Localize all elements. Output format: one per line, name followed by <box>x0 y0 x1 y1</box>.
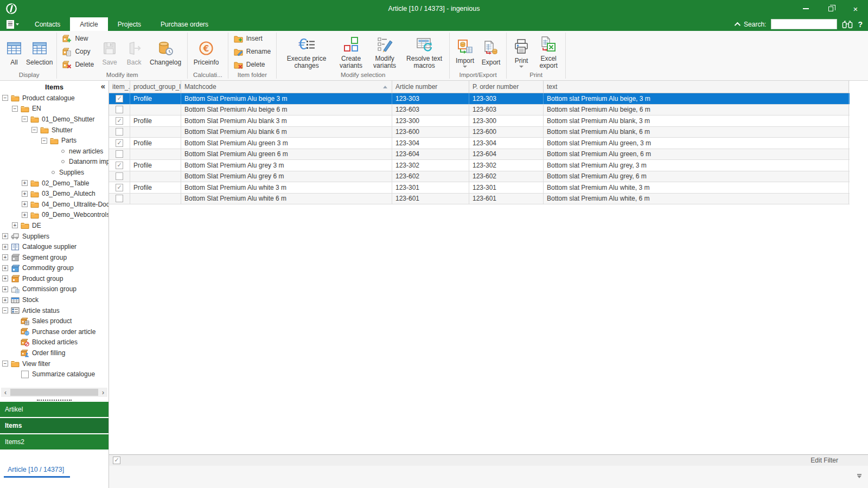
table-row[interactable]: ProfileBottom Slat Premium Alu beige 3 m… <box>109 93 850 105</box>
row-checkbox[interactable] <box>116 162 123 169</box>
expand-node-icon[interactable]: + <box>2 275 8 281</box>
column-header-product-group-id[interactable]: product_group_ID <box>130 81 181 93</box>
status-checkbox[interactable] <box>113 457 120 464</box>
bottom-tab-article[interactable]: Article [10 / 14373] <box>8 466 64 473</box>
import-button[interactable]: Import <box>452 36 478 68</box>
tree-item-order-filling[interactable]: Order filling <box>0 348 108 358</box>
search-input[interactable] <box>771 19 837 29</box>
help-icon[interactable]: ? <box>858 20 863 29</box>
row-checkbox[interactable] <box>116 195 123 202</box>
excel-export-button[interactable]: Excel export <box>534 34 563 69</box>
tree-item-suppliers[interactable]: +Suppliers <box>0 231 108 242</box>
collapse-node-icon[interactable]: − <box>2 95 8 101</box>
execute-price-changes-button[interactable]: € Execute price changes <box>279 34 334 69</box>
delete-folder-button[interactable]: Delete <box>231 59 274 70</box>
tab-projects[interactable]: Projects <box>108 17 151 31</box>
changelog-button[interactable]: Changelog <box>146 37 185 66</box>
column-header-p-order-number[interactable]: P. order number <box>469 81 544 93</box>
restore-button[interactable] <box>818 0 843 17</box>
expand-node-icon[interactable]: + <box>22 180 28 186</box>
tree-item-catalogue-supplier[interactable]: +Catalogue supplier <box>0 241 108 252</box>
binoculars-icon[interactable] <box>842 20 853 29</box>
row-checkbox[interactable] <box>116 128 123 136</box>
tree-item-supplies[interactable]: Supplies <box>0 167 108 178</box>
minimize-button[interactable] <box>793 0 818 17</box>
sidebar-collapse-icon[interactable]: « <box>101 81 105 91</box>
tree-item-new-articles[interactable]: new articles <box>0 146 108 157</box>
tree-item-datanorm-import[interactable]: Datanorm import <box>0 157 108 168</box>
resolve-text-macros-button[interactable]: Resolve text macros <box>401 34 447 69</box>
expand-node-icon[interactable]: + <box>22 212 28 218</box>
scroll-right-icon[interactable]: › <box>99 389 107 396</box>
row-checkbox[interactable] <box>116 106 123 113</box>
column-header-text[interactable]: text <box>544 81 849 93</box>
expand-node-icon[interactable]: + <box>12 222 18 228</box>
insert-folder-button[interactable]: Insert <box>231 33 274 44</box>
tree-item-04-demo-ultralite-doors[interactable]: +04_Demo_Ultralite-Doors <box>0 199 108 210</box>
scroll-left-icon[interactable]: ‹ <box>1 389 10 396</box>
selection-button[interactable]: Selection <box>24 37 54 66</box>
copy-button[interactable]: Copy <box>59 46 97 57</box>
print-button[interactable]: Print <box>509 36 534 68</box>
tree-item-commodity-group[interactable]: +Commodity group <box>0 263 108 274</box>
modify-variants-button[interactable]: Modify variants <box>368 34 401 69</box>
close-button[interactable]: × <box>843 0 868 17</box>
tree-item-03-demo-alutech[interactable]: +03_Demo_Alutech <box>0 188 108 199</box>
collapse-node-icon[interactable]: − <box>31 127 37 133</box>
tree-item-de[interactable]: +DE <box>0 220 108 231</box>
table-row[interactable]: Bottom Slat Premium Alu blank 6 m123-600… <box>109 127 850 138</box>
tree-horizontal-scrollbar[interactable]: ‹ › <box>1 388 107 397</box>
tree-item-purchase-order-article[interactable]: Purchase order article <box>0 326 108 337</box>
row-checkbox[interactable] <box>116 150 123 158</box>
tree-item-sales-product[interactable]: Sales product <box>0 316 108 326</box>
expand-node-icon[interactable]: + <box>2 254 8 260</box>
tab-purchase-orders[interactable]: Purchase orders <box>151 17 218 31</box>
table-row[interactable]: Bottom Slat Premium Alu beige 6 m123-603… <box>109 105 850 116</box>
row-checkbox[interactable] <box>116 95 123 102</box>
row-checkbox[interactable] <box>116 117 123 125</box>
table-row[interactable]: ProfileBottom Slat Premium Alu grey 3 m1… <box>109 160 850 171</box>
expand-node-icon[interactable]: + <box>2 297 8 303</box>
create-variants-button[interactable]: Create variants <box>334 34 368 69</box>
tree-item-shutter[interactable]: −Shutter <box>0 125 108 136</box>
collapse-node-icon[interactable]: − <box>41 138 47 144</box>
column-header-matchcode[interactable]: Matchcode <box>181 81 392 93</box>
tree-item-01-demo-shutter[interactable]: −01_Demo_Shutter <box>0 114 108 125</box>
export-button[interactable]: Export <box>478 37 504 66</box>
scrollbar-thumb[interactable] <box>10 389 98 396</box>
tree-item-product-catalogue[interactable]: −Product catalogue <box>0 93 108 104</box>
import-dropdown-icon[interactable] <box>463 66 467 68</box>
filter-dropdown-icon[interactable] <box>857 476 861 478</box>
expand-node-icon[interactable]: + <box>2 265 8 271</box>
tree-item-stock[interactable]: +Stock <box>0 294 108 305</box>
table-row[interactable]: Bottom Slat Premium Alu white 6 m123-601… <box>109 194 850 205</box>
priceinfo-button[interactable]: € Priceinfo <box>190 37 222 66</box>
collapse-node-icon[interactable]: − <box>2 307 8 313</box>
collapse-ribbon-icon[interactable] <box>735 22 741 28</box>
delete-button[interactable]: Delete <box>59 59 97 70</box>
collapse-node-icon[interactable]: − <box>22 116 28 122</box>
tree-item-09-demo-webcontrols[interactable]: +09_Demo_Webcontrols <box>0 210 108 221</box>
table-row[interactable]: Bottom Slat Premium Alu green 6 m123-604… <box>109 149 850 160</box>
collapse-node-icon[interactable]: − <box>12 106 18 112</box>
column-header-item-[interactable]: item_... <box>109 81 130 93</box>
column-header-article-number[interactable]: Article number <box>392 81 469 93</box>
print-dropdown-icon[interactable] <box>519 66 524 68</box>
new-button[interactable]: New <box>59 33 97 44</box>
tree-item-02-demo-table[interactable]: +02_Demo_Table <box>0 178 108 189</box>
tree-item-segment-group[interactable]: +Segment group <box>0 252 108 263</box>
tree-item-summarize-catalogue[interactable]: Summarize catalogue <box>0 369 108 380</box>
tree-item-product-group[interactable]: +Product group <box>0 273 108 284</box>
tree-item-article-status[interactable]: −Article status <box>0 305 108 316</box>
expand-node-icon[interactable]: + <box>2 286 8 292</box>
row-checkbox[interactable] <box>116 172 123 180</box>
table-row[interactable]: ProfileBottom Slat Premium Alu blank 3 m… <box>109 115 850 127</box>
app-menu-button[interactable] <box>0 17 25 31</box>
table-row[interactable]: Bottom Slat Premium Alu grey 6 m123-6021… <box>109 171 850 183</box>
tree-item-parts[interactable]: −Parts <box>0 135 108 146</box>
row-checkbox[interactable] <box>116 139 123 147</box>
rename-folder-button[interactable]: Rename <box>231 46 274 57</box>
collapse-node-icon[interactable]: − <box>2 361 8 367</box>
expand-node-icon[interactable]: + <box>2 233 8 239</box>
table-row[interactable]: ProfileBottom Slat Premium Alu white 3 m… <box>109 182 850 194</box>
